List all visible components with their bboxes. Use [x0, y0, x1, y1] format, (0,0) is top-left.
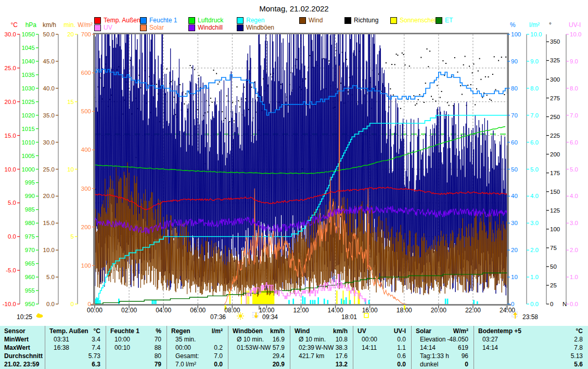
table-cell-row: dunkel0: [412, 360, 474, 368]
tick-label: 50: [550, 263, 557, 270]
cell-label: Ø 10 min.: [299, 335, 326, 344]
moon-down-icon: [253, 312, 258, 318]
sensor-name: Bodentemp +5: [478, 327, 521, 335]
sensor-unit: °C: [576, 327, 583, 335]
cell-label: dunkel: [420, 360, 438, 368]
tick-label: 300: [81, 186, 91, 192]
axis-unit-label: min.: [63, 21, 75, 29]
table-column-4: Windböenkm/hØ 10 min.16.901:53W-NW 57.92…: [228, 326, 290, 369]
tick-label: 10.0: [530, 31, 542, 37]
cell-value: 5.73: [88, 352, 100, 360]
x-tick-label: 10:00: [259, 307, 274, 314]
axis-unit-label: hPa: [25, 21, 37, 29]
cell-label: 16:38: [54, 344, 69, 352]
tick-label: 1015: [21, 126, 35, 132]
axis-min: 05101520min.: [63, 21, 78, 307]
axis-pct: 0102030405060708090100%: [507, 21, 521, 307]
tick-label: 25.0: [43, 166, 55, 173]
x-tick-label: 16:00: [362, 307, 378, 314]
cell-value: 88: [155, 344, 161, 352]
cell-label: 14:14: [482, 344, 498, 352]
cell-value: 70: [155, 335, 161, 344]
table-cell-row: 5.73: [45, 352, 106, 360]
table-cell-row: 03:272.8: [474, 335, 588, 344]
cell-value: 3.4: [92, 335, 100, 344]
row-label: Durchschnitt: [4, 352, 43, 360]
tick-label: 100: [550, 226, 560, 232]
tick-label: 5.0: [8, 200, 16, 206]
tick-label: 4.0: [570, 193, 578, 199]
sensor-name: Feuchte 1: [110, 327, 139, 335]
cell-value: 0.0: [214, 360, 223, 368]
table-cell-row: 5.13: [474, 352, 588, 360]
tick-label: 700: [81, 31, 91, 37]
tick-label: 40.0: [43, 85, 55, 91]
tick-label: 2.0: [530, 247, 539, 253]
tick-label: 965: [25, 260, 35, 267]
sensor-unit: W/m²: [453, 327, 468, 335]
table-column-sensor: SensorMinWertMaxWertDurchschnitt21.02. 2…: [0, 326, 45, 369]
table-cell-row: Elevation-48.050: [412, 335, 474, 344]
x-tick-label: 08:00: [224, 307, 240, 314]
row-label: MaxWert: [4, 344, 30, 352]
tick-label: 30: [511, 220, 518, 226]
tick-label: 150: [550, 189, 560, 195]
tick-label: 4.0: [530, 193, 539, 199]
cell-value: 0.2: [214, 344, 223, 352]
table-cell-row: 80: [106, 352, 167, 360]
tick-label: 3.0: [570, 220, 578, 226]
table-cell-row: 79: [106, 360, 167, 368]
table-cell-row: 02:39W-NW 38.3: [290, 344, 353, 352]
cell-label: 10:00: [114, 335, 130, 344]
cell-label: Tag:1:33 h: [420, 352, 449, 360]
column-header: UVUV-I: [353, 327, 411, 335]
moon-left-time: 10:25: [17, 313, 32, 321]
tick-label: 275: [550, 95, 560, 101]
table-cell-row: Ø 10 min.10.8: [290, 335, 353, 344]
tick-label: 6.0: [570, 139, 578, 146]
tick-label: 500: [81, 108, 91, 114]
tick-label: 5.0: [570, 166, 578, 173]
tick-label: 1040: [21, 58, 35, 64]
cell-value: 0: [465, 360, 468, 368]
table-column-3: Regenl/m²35 min.00:000.2Gesamt:7.07.0 l/…: [167, 326, 228, 369]
tick-label: 3.0: [530, 220, 539, 226]
x-tick-label: 20:00: [431, 307, 446, 314]
tick-label: 250: [550, 114, 560, 120]
tick-label: 1045: [21, 45, 35, 51]
tick-label: 1000: [21, 166, 35, 173]
moon-cloud-icon: [36, 313, 43, 318]
table-cell-row: Gesamt:7.0: [167, 352, 228, 360]
tick-label: 1050: [21, 31, 35, 37]
tick-label: 985: [25, 206, 35, 213]
moonrise-time: 23:58: [522, 313, 538, 321]
x-tick-label: 12:00: [293, 307, 309, 314]
sensor-name: UV: [357, 327, 366, 335]
table-cell-row: Ø 10 min.16.9: [228, 335, 290, 344]
axis-kmh: 0.05.010.015.020.025.030.035.040.045.050…: [43, 21, 58, 307]
tick-label: 0.0: [46, 301, 55, 307]
x-tick-label: 00:00: [87, 307, 103, 314]
cell-value: 96: [462, 352, 468, 360]
sensor-name: Temp. Außen: [49, 327, 88, 335]
cell-label: 00:00: [175, 344, 191, 352]
cell-value: 0.0: [397, 360, 406, 368]
weather-chart: -10.0-5.00.05.010.015.020.025.030.0°C950…: [0, 0, 588, 325]
table-row-label: 21.02. 23:59: [0, 360, 45, 368]
tick-label: 200: [81, 224, 91, 230]
table-row-label: Sensor: [0, 327, 45, 335]
tick-label: 20.0: [43, 193, 55, 199]
axis-unit-label: W/m²: [78, 21, 93, 29]
row-label: 21.02. 23:59: [4, 360, 39, 368]
sensor-name: Solar: [416, 327, 431, 335]
column-header: Feuchte 1%: [106, 327, 167, 335]
table-cell-row: 0.0: [353, 360, 411, 368]
tick-label: 300: [550, 76, 560, 83]
cell-value: 5.13: [571, 352, 583, 360]
tick-label: 1020: [21, 112, 35, 118]
tick-label: 60: [511, 139, 518, 146]
tick-label: 0: [550, 301, 553, 307]
tick-label: 600: [81, 70, 91, 76]
axis-hPa: 9509559609659709759809859909951000100510…: [21, 21, 39, 307]
tick-label: 10.0: [570, 31, 581, 37]
